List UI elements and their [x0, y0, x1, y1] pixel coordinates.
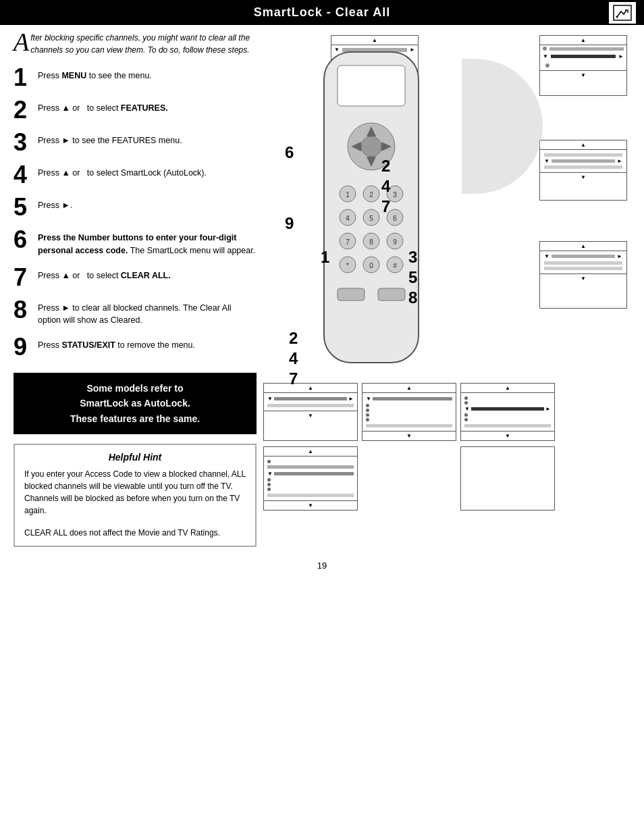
remote-area: ▲ ▼► ▼ ▲ ▼► — [263, 32, 630, 383]
step-overlay-4: 4 — [381, 177, 390, 196]
step-7: 7 Press ▲ or to select CLEAR ALL. — [14, 265, 257, 290]
svg-point-5 — [361, 136, 381, 157]
screen-panel-4: ▲ ▼ ► ▼ — [539, 241, 627, 309]
step-list: 1 Press MENU to see the menu. 2 Press ▲ … — [14, 66, 257, 359]
svg-text:5: 5 — [369, 215, 373, 222]
step-6: 6 Press the Number buttons to enter your… — [14, 228, 257, 257]
step-3: 3 Press ► to see the FEATURES menu. — [14, 130, 257, 155]
remote-control: 1 2 3 4 5 6 7 8 9 * 0 # 6 2 4 7 — [304, 45, 439, 371]
step-overlay-8: 8 — [408, 288, 417, 307]
step-2-text: Press ▲ or to select FEATURES. — [38, 98, 168, 115]
step-overlay-5: 5 — [408, 268, 417, 287]
step-overlay-2: 2 — [381, 157, 390, 176]
svg-text:1: 1 — [346, 191, 350, 199]
step-5-num: 5 — [14, 195, 32, 219]
gray-arc — [462, 59, 543, 194]
screen-panel-3: ▲ ▼ ► ▼ — [539, 140, 627, 201]
step-3-num: 3 — [14, 130, 32, 155]
bottom-panels-row2: ▲ ▼ ▼ — [263, 446, 630, 511]
bottom-panel-e — [460, 446, 555, 511]
svg-rect-23 — [378, 288, 405, 301]
step-9-text: Press STATUS/EXIT to remove the menu. — [38, 335, 195, 352]
step-5-text: Press ►. — [38, 195, 72, 212]
step-overlay-4b: 4 — [289, 349, 298, 368]
page-header: SmartLock - Clear All — [0, 0, 644, 25]
step-8-text: Press ► to clear all blocked channels. T… — [38, 298, 257, 328]
drop-cap: A — [14, 32, 29, 52]
step-8: 8 Press ► to clear all blocked channels.… — [14, 298, 257, 328]
step-overlay-9: 9 — [285, 214, 294, 233]
step-7-text: Press ▲ or to select CLEAR ALL. — [38, 265, 171, 282]
bottom-panel-c: ▲ ▼ ► ▼ — [460, 383, 555, 441]
step-3-text: Press ► to see the FEATURES menu. — [38, 130, 182, 147]
step-2: 2 Press ▲ or to select FEATURES. — [14, 98, 257, 122]
svg-text:0: 0 — [369, 262, 373, 269]
step-overlay-2b: 2 — [289, 329, 298, 348]
left-column: A fter blocking specific channels, you m… — [14, 32, 257, 547]
svg-text:9: 9 — [393, 238, 397, 246]
svg-text:2: 2 — [369, 191, 373, 199]
svg-text:7: 7 — [346, 238, 350, 246]
step-8-num: 8 — [14, 298, 32, 322]
bottom-panel-a: ▲ ▼ ► ▼ — [263, 383, 358, 441]
step-9: 9 Press STATUS/EXIT to remove the menu. — [14, 335, 257, 359]
step-9-num: 9 — [14, 335, 32, 359]
black-note-line1: Some models refer to — [24, 381, 246, 396]
svg-point-1 — [616, 16, 618, 18]
black-note-line2: SmartLock as AutoLock. — [24, 396, 246, 411]
step-overlay-7: 7 — [381, 197, 390, 216]
right-column: ▲ ▼► ▼ ▲ ▼► — [263, 32, 630, 547]
bottom-panels-row: ▲ ▼ ► ▼ ▲ ▼ — [263, 383, 630, 441]
intro-text: A fter blocking specific channels, you m… — [14, 32, 257, 56]
step-4-num: 4 — [14, 163, 32, 187]
header-icon — [609, 2, 636, 24]
step-1-num: 1 — [14, 66, 32, 90]
step-overlay-3: 3 — [408, 248, 417, 267]
step-overlay-1: 1 — [321, 248, 329, 267]
black-note: Some models refer to SmartLock as AutoLo… — [14, 373, 257, 434]
hint-title-text: Helpful Hint — [109, 452, 162, 463]
step-overlay-6: 6 — [285, 143, 294, 162]
step-4: 4 Press ▲ or to select SmartLock (AutoLo… — [14, 163, 257, 187]
svg-text:8: 8 — [369, 238, 373, 246]
svg-text:6: 6 — [393, 215, 397, 222]
svg-text:4: 4 — [346, 215, 350, 222]
step-4-text: Press ▲ or to select SmartLock (AutoLock… — [38, 163, 207, 180]
svg-rect-22 — [338, 288, 365, 301]
step-6-text: Press the Number buttons to enter your f… — [38, 228, 257, 257]
hint-title: Helpful Hint — [24, 452, 246, 463]
step-7-num: 7 — [14, 265, 32, 290]
hint-para-1: If you enter your Access Code to view a … — [24, 468, 246, 517]
header-title: SmartLock - Clear All — [254, 5, 390, 19]
screen-panel-2: ▲ ▼► ▼ — [539, 35, 627, 96]
step-2-num: 2 — [14, 98, 32, 122]
bottom-panel-b: ▲ ▼ ▼ — [362, 383, 456, 441]
bottom-panel-d: ▲ ▼ ▼ — [263, 446, 358, 511]
step-overlay-7b: 7 — [289, 369, 298, 388]
hint-para-2: CLEAR ALL does not affect the Movie and … — [24, 527, 246, 539]
step-1: 1 Press MENU to see the menu. — [14, 66, 257, 90]
intro-body: fter blocking specific channels, you mig… — [30, 33, 250, 55]
step-6-num: 6 — [14, 228, 32, 252]
step-5: 5 Press ►. — [14, 195, 257, 219]
svg-text:#: # — [393, 262, 397, 269]
svg-text:*: * — [346, 262, 349, 269]
step-1-text: Press MENU to see the menu. — [38, 66, 152, 82]
black-note-line3: These features are the same. — [24, 411, 246, 426]
hint-box: Helpful Hint If you enter your Access Co… — [14, 444, 257, 547]
svg-text:3: 3 — [393, 191, 397, 199]
svg-rect-3 — [338, 66, 405, 106]
page-number: 19 — [0, 561, 644, 571]
